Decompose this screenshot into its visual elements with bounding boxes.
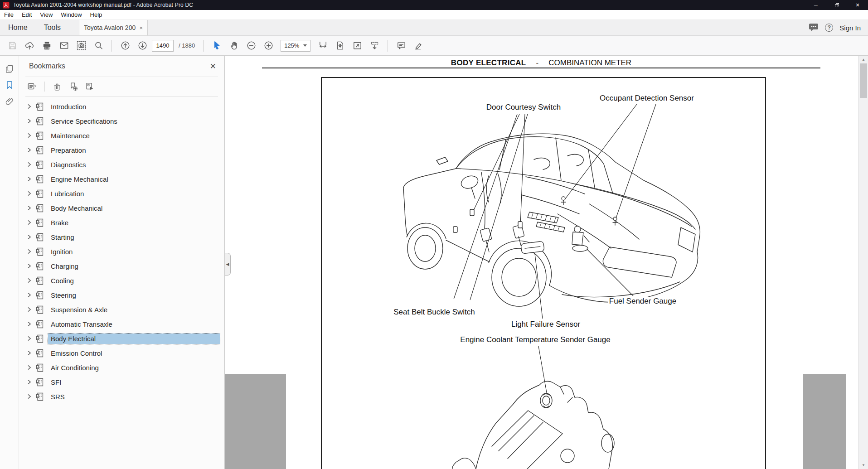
- bookmark-item[interactable]: Introduction: [19, 99, 224, 114]
- bookmark-item[interactable]: Service Specifications: [19, 114, 224, 128]
- share-upload-button[interactable]: [22, 38, 37, 53]
- chevron-right-icon[interactable]: [25, 146, 33, 154]
- bookmark-item[interactable]: Ignition: [19, 244, 224, 259]
- chevron-right-icon[interactable]: [25, 306, 33, 313]
- vertical-scrollbar[interactable]: ▲ ▼: [858, 56, 868, 469]
- chevron-right-icon[interactable]: [25, 175, 33, 183]
- menu-file[interactable]: File: [0, 10, 18, 19]
- bookmark-item[interactable]: Body Mechanical: [19, 201, 224, 215]
- bookmark-item[interactable]: Charging: [19, 259, 224, 273]
- chevron-right-icon[interactable]: [25, 190, 33, 197]
- menu-window[interactable]: Window: [57, 10, 86, 19]
- menu-edit[interactable]: Edit: [18, 10, 36, 19]
- fullscreen-button[interactable]: [349, 38, 365, 53]
- chevron-right-icon[interactable]: [25, 262, 33, 270]
- bookmark-item[interactable]: Engine Mechanical: [19, 172, 224, 186]
- bookmarks-panel-icon[interactable]: [5, 80, 15, 90]
- menu-view[interactable]: View: [36, 10, 57, 19]
- bookmark-item[interactable]: Diagnostics: [19, 157, 224, 172]
- chevron-down-icon: [303, 44, 307, 47]
- bookmark-item[interactable]: SFI: [19, 375, 224, 389]
- hide-toolbar-button[interactable]: [367, 38, 382, 53]
- bookmark-item[interactable]: SRS: [19, 389, 224, 404]
- chevron-right-icon[interactable]: [25, 204, 33, 212]
- chevron-right-icon[interactable]: [25, 248, 33, 255]
- close-button[interactable]: ✕: [847, 0, 868, 10]
- zoom-in-button[interactable]: [261, 38, 276, 53]
- chevron-right-icon[interactable]: [25, 219, 33, 226]
- next-page-button[interactable]: [135, 38, 150, 53]
- document-viewport[interactable]: BODY ELECTRICAL-COMBINATION METER: [225, 56, 868, 469]
- snapshot-camera-button[interactable]: [73, 38, 89, 53]
- bookmark-item[interactable]: Automatic Transaxle: [19, 317, 224, 331]
- chevron-right-icon[interactable]: [25, 349, 33, 357]
- scroll-down-arrow-icon[interactable]: ▼: [858, 462, 868, 469]
- select-tool-button[interactable]: [209, 38, 224, 53]
- sidebar-collapse-handle[interactable]: ◀: [225, 253, 231, 276]
- chevron-right-icon[interactable]: [25, 378, 33, 386]
- goto-bookmark-icon[interactable]: [85, 82, 95, 92]
- chevron-right-icon[interactable]: [25, 117, 33, 125]
- chevron-right-icon[interactable]: [25, 364, 33, 371]
- page-thumbnails-icon[interactable]: [5, 64, 15, 74]
- zoom-level-dropdown[interactable]: 125%: [281, 40, 310, 52]
- bookmark-page-icon: [35, 377, 44, 387]
- bookmark-item[interactable]: Emission Control: [19, 346, 224, 360]
- fit-width-button[interactable]: [315, 38, 330, 53]
- scroll-up-arrow-icon[interactable]: ▲: [858, 56, 868, 63]
- minimize-button[interactable]: ─: [805, 0, 826, 10]
- bookmark-item[interactable]: Cooling: [19, 273, 224, 288]
- new-bookmark-icon[interactable]: [68, 82, 78, 92]
- chevron-right-icon[interactable]: [25, 103, 33, 110]
- bookmark-item[interactable]: Lubrication: [19, 186, 224, 201]
- toolbar-separator: [203, 40, 204, 52]
- chevron-right-icon[interactable]: [25, 320, 33, 328]
- scrollbar-thumb[interactable]: [860, 63, 867, 98]
- fit-page-button[interactable]: [332, 38, 348, 53]
- bookmark-item-selected[interactable]: Body Electrical: [19, 331, 224, 346]
- page-number-input[interactable]: [152, 40, 174, 52]
- bookmark-item[interactable]: Starting: [19, 230, 224, 244]
- delete-bookmark-trash-icon[interactable]: [52, 82, 62, 92]
- email-button[interactable]: [56, 38, 72, 53]
- chevron-right-icon[interactable]: [25, 233, 33, 241]
- feedback-bubble-icon[interactable]: [809, 23, 819, 32]
- tab-close-icon[interactable]: ×: [139, 24, 143, 31]
- bookmarks-list: Introduction Service Specifications Main…: [19, 97, 224, 404]
- comment-button[interactable]: [393, 38, 409, 53]
- bookmark-item[interactable]: Air Conditioning: [19, 360, 224, 375]
- chevron-right-icon[interactable]: [25, 335, 33, 342]
- toolbar: / 1880 125%: [0, 36, 868, 56]
- highlight-button[interactable]: [411, 38, 426, 53]
- bookmarks-panel: Bookmarks ✕ Introduction Service Spe: [19, 56, 225, 469]
- chevron-right-icon[interactable]: [25, 291, 33, 299]
- help-icon[interactable]: ?: [825, 24, 833, 32]
- sign-in-button[interactable]: Sign In: [839, 24, 861, 32]
- vehicle-diagram: [225, 56, 858, 469]
- zoom-out-button[interactable]: [243, 38, 259, 53]
- tab-home[interactable]: Home: [0, 20, 36, 35]
- chevron-right-icon[interactable]: [25, 393, 33, 400]
- bookmark-item[interactable]: Maintenance: [19, 128, 224, 143]
- print-button[interactable]: [39, 38, 54, 53]
- attachments-icon[interactable]: [5, 97, 15, 106]
- save-button[interactable]: [5, 38, 20, 53]
- page-count-label: / 1880: [179, 42, 195, 49]
- chevron-right-icon[interactable]: [25, 161, 33, 168]
- tab-tools[interactable]: Tools: [36, 20, 69, 35]
- bookmark-item[interactable]: Preparation: [19, 143, 224, 157]
- search-button[interactable]: [91, 38, 106, 53]
- hand-tool-button[interactable]: [226, 38, 242, 53]
- menu-help[interactable]: Help: [86, 10, 107, 19]
- previous-page-button[interactable]: [117, 38, 133, 53]
- bookmark-item[interactable]: Steering: [19, 288, 224, 302]
- tab-document[interactable]: Toyota Avalon 200... ×: [79, 20, 148, 35]
- chevron-right-icon[interactable]: [25, 132, 33, 139]
- panel-close-icon[interactable]: ✕: [210, 62, 216, 71]
- bookmark-item[interactable]: Brake: [19, 215, 224, 230]
- restore-button[interactable]: [826, 0, 847, 10]
- options-menu-icon[interactable]: [27, 82, 37, 92]
- chevron-right-icon[interactable]: [25, 277, 33, 284]
- bookmark-item[interactable]: Suspension & Axle: [19, 302, 224, 317]
- acrobat-pdf-icon: [3, 2, 10, 9]
